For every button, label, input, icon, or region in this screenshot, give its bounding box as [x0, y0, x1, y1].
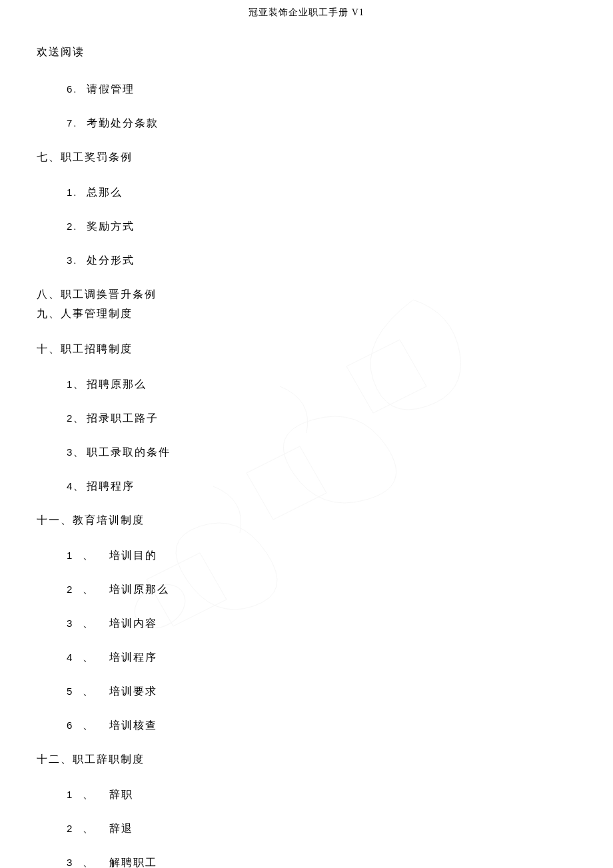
- item-text: 辞退: [109, 823, 133, 834]
- item-number: 1.: [67, 187, 87, 198]
- item-separator: 、: [83, 856, 109, 868]
- item-number: 2: [67, 584, 83, 595]
- item-separator: 、: [83, 822, 109, 836]
- item-number: 2: [67, 823, 83, 834]
- item-number: 3: [67, 857, 83, 868]
- item-text: 培训程序: [109, 651, 157, 663]
- item-text: 奖励方式: [87, 220, 135, 232]
- toc-sub-item: 3.处分形式: [67, 254, 576, 268]
- item-text: 考勤处分条款: [87, 117, 159, 129]
- section-title: 八、职工调换晋升条例: [37, 288, 576, 302]
- item-separator: 、: [83, 788, 109, 802]
- item-text: 培训内容: [109, 618, 157, 629]
- item-number: 7.: [67, 117, 87, 129]
- toc-sub-item: 5、培训要求: [67, 685, 576, 699]
- item-number: 6: [67, 719, 83, 731]
- intro-text: 欢送阅读: [37, 45, 576, 59]
- item-text: 职工录取的条件: [87, 446, 171, 458]
- item-separator: 、: [83, 651, 109, 665]
- section-title: 十、职工招聘制度: [37, 342, 576, 356]
- item-number: 1: [67, 550, 83, 561]
- item-number: 2、: [67, 412, 87, 425]
- item-number: 1、: [67, 378, 87, 391]
- item-text: 培训目的: [109, 550, 157, 561]
- item-separator: 、: [83, 719, 109, 733]
- item-text: 培训要求: [109, 685, 157, 697]
- toc-sub-item: 7.考勤处分条款: [67, 117, 576, 131]
- item-number: 1: [67, 789, 83, 800]
- item-number: 3: [67, 618, 83, 629]
- item-separator: 、: [83, 583, 109, 597]
- toc-sub-item: 2、辞退: [67, 822, 576, 836]
- section-title: 七、职工奖罚条例: [37, 151, 576, 165]
- item-text: 解聘职工: [109, 857, 157, 868]
- item-text: 培训原那么: [109, 584, 169, 595]
- item-text: 总那么: [87, 187, 123, 198]
- item-number: 6.: [67, 83, 87, 95]
- item-text: 培训核查: [109, 719, 157, 731]
- toc-sub-item: 2、培训原那么: [67, 583, 576, 597]
- item-text: 招聘程序: [87, 480, 135, 492]
- toc-sub-item: 1、辞职: [67, 788, 576, 802]
- toc-sub-item: 6.请假管理: [67, 83, 576, 97]
- item-separator: 、: [83, 549, 109, 563]
- page-header: 冠亚装饰企业职工手册 V1: [37, 7, 576, 19]
- toc-sub-item: 2、招录职工路子: [67, 412, 576, 426]
- item-number: 2.: [67, 220, 87, 232]
- item-text: 辞职: [109, 789, 133, 800]
- item-number: 3.: [67, 254, 87, 266]
- item-text: 招录职工路子: [87, 412, 159, 424]
- toc-sub-item: 1、培训目的: [67, 549, 576, 563]
- item-number: 3、: [67, 446, 87, 459]
- section-title: 十一、教育培训制度: [37, 514, 576, 528]
- toc-sub-item: 4、招聘程序: [67, 480, 576, 494]
- section-title: 十二、职工辞职制度: [37, 753, 576, 767]
- item-number: 5: [67, 685, 83, 697]
- item-number: 4: [67, 651, 83, 663]
- item-separator: 、: [83, 617, 109, 631]
- toc-sub-item: 2.奖励方式: [67, 220, 576, 234]
- item-text: 请假管理: [87, 83, 135, 95]
- item-text: 处分形式: [87, 254, 135, 266]
- item-text: 招聘原那么: [87, 378, 147, 390]
- item-number: 4、: [67, 480, 87, 493]
- toc-sub-item: 1、招聘原那么: [67, 378, 576, 392]
- section-title: 九、人事管理制度: [37, 307, 576, 321]
- toc-sub-item: 3、培训内容: [67, 617, 576, 631]
- toc-sub-item: 4、培训程序: [67, 651, 576, 665]
- item-separator: 、: [83, 685, 109, 699]
- toc-sub-item: 3、解聘职工: [67, 856, 576, 868]
- toc-sub-item: 6、培训核查: [67, 719, 576, 733]
- toc-sub-item: 3、职工录取的条件: [67, 446, 576, 460]
- toc-sub-item: 1.总那么: [67, 186, 576, 200]
